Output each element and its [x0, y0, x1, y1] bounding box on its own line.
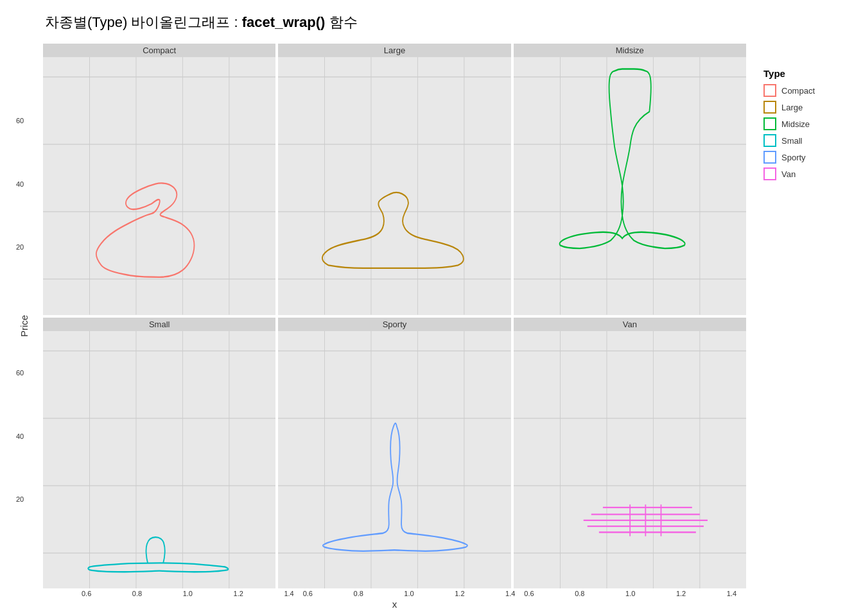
van-svg	[514, 331, 746, 589]
chart-area: Price Compact	[6, 42, 857, 610]
facet-large-plot	[278, 57, 510, 315]
x-axis-cell-3: 0.6 0.8 1.0 1.2 1.4	[521, 590, 740, 597]
facet-midsize-header: Midsize	[514, 44, 746, 57]
x-axis-cell-1: 0.6 0.8 1.0 1.2 1.4	[78, 590, 297, 597]
plot-region: Price Compact	[6, 42, 754, 610]
legend-box-midsize	[763, 117, 776, 130]
page: 차종별(Type) 바이올린그래프 : facet_wrap() 함수 Pric…	[0, 0, 863, 616]
facet-sporty-header: Sporty	[278, 318, 510, 331]
x-tick: 1.0	[625, 590, 635, 597]
compact-violin	[96, 183, 195, 277]
facet-compact-header: Compact	[43, 44, 275, 57]
y-tick-40b: 40	[16, 432, 24, 440]
legend-label-small: Small	[781, 136, 803, 146]
x-tick: 0.6	[524, 590, 534, 597]
midsize-violin	[559, 69, 684, 249]
x-ticks-2: 0.6 0.8 1.0 1.2 1.4	[300, 590, 519, 597]
y-tick-60: 60	[16, 117, 24, 124]
facet-large: Large	[278, 44, 510, 315]
legend-label-compact: Compact	[781, 86, 815, 96]
legend-item-midsize: Midsize	[763, 117, 850, 130]
x-tick: 1.4	[505, 590, 515, 597]
y-tick-60b: 60	[16, 369, 24, 377]
title-part2: facet_wrap()	[242, 14, 326, 30]
x-tick: 1.4	[284, 590, 293, 597]
y-tick-20: 20	[16, 243, 24, 251]
y-axis-label: Price	[19, 315, 30, 337]
compact-svg	[43, 57, 275, 315]
x-tick: 0.8	[575, 590, 584, 597]
x-tick: 1.4	[727, 590, 737, 597]
facet-van: Van	[514, 318, 746, 589]
facet-row-1: Compact	[42, 42, 747, 316]
legend-item-van: Van	[763, 167, 850, 180]
y-tick-40: 40	[16, 180, 24, 188]
facet-large-header: Large	[278, 44, 510, 57]
x-tick: 1.0	[183, 590, 193, 597]
legend-label-large: Large	[781, 103, 803, 112]
legend-label-sporty: Sporty	[781, 153, 806, 162]
x-tick: 0.6	[303, 590, 313, 597]
x-axis-label: x	[42, 599, 747, 610]
x-axis-container: 0.6 0.8 1.0 1.2 1.4 0.6 0.8 1.0 1.2	[77, 590, 741, 597]
facet-van-header: Van	[514, 318, 746, 331]
facet-small: Small	[43, 318, 275, 589]
facet-sporty: Sporty	[278, 318, 510, 589]
facet-midsize: Midsize	[514, 44, 746, 315]
legend-box-small	[763, 134, 776, 147]
sporty-violin	[323, 423, 467, 551]
x-tick: 1.2	[455, 590, 464, 597]
legend-title: Type	[763, 68, 850, 79]
large-svg	[278, 57, 510, 315]
legend-box-van	[763, 167, 776, 180]
legend-box-large	[763, 101, 776, 114]
legend-box-compact	[763, 84, 776, 97]
facet-compact-plot	[43, 57, 275, 315]
x-tick: 0.6	[82, 590, 91, 597]
title-part3: 함수	[325, 14, 357, 30]
x-tick: 0.8	[132, 590, 142, 597]
facet-row-2: Small	[42, 316, 747, 590]
small-violin-base	[88, 563, 228, 572]
facet-small-plot	[43, 331, 275, 589]
facet-compact: Compact	[43, 44, 275, 315]
facet-van-plot	[514, 331, 746, 589]
facet-sporty-plot	[278, 331, 510, 589]
small-violin-bump	[146, 537, 165, 563]
x-tick: 1.2	[676, 590, 686, 597]
x-axis-cell-2: 0.6 0.8 1.0 1.2 1.4	[300, 590, 519, 597]
legend: Type Compact Large Midsize Small Sporty	[754, 62, 857, 610]
legend-item-compact: Compact	[763, 84, 850, 97]
midsize-svg	[514, 57, 746, 315]
facet-small-header: Small	[43, 318, 275, 331]
grid-container: Compact	[42, 42, 747, 610]
legend-item-sporty: Sporty	[763, 151, 850, 164]
legend-item-large: Large	[763, 101, 850, 114]
y-tick-20b: 20	[16, 495, 24, 503]
large-violin	[322, 193, 464, 268]
main-title: 차종별(Type) 바이올린그래프 : facet_wrap() 함수	[45, 13, 358, 32]
title-part1: 차종별(Type) 바이올린그래프 :	[45, 14, 242, 30]
y-ticks-container: 60 40 20 0 60 40 20	[16, 62, 24, 558]
sporty-svg	[278, 331, 510, 589]
x-tick: 1.2	[234, 590, 243, 597]
x-ticks-3: 0.6 0.8 1.0 1.2 1.4	[521, 590, 740, 597]
x-tick: 1.0	[404, 590, 414, 597]
legend-box-sporty	[763, 151, 776, 164]
x-tick: 0.8	[354, 590, 363, 597]
x-ticks-1: 0.6 0.8 1.0 1.2 1.4	[78, 590, 297, 597]
legend-label-midsize: Midsize	[781, 119, 810, 129]
legend-item-small: Small	[763, 134, 850, 147]
small-svg	[43, 331, 275, 589]
facet-midsize-plot	[514, 57, 746, 315]
legend-label-van: Van	[781, 169, 796, 179]
